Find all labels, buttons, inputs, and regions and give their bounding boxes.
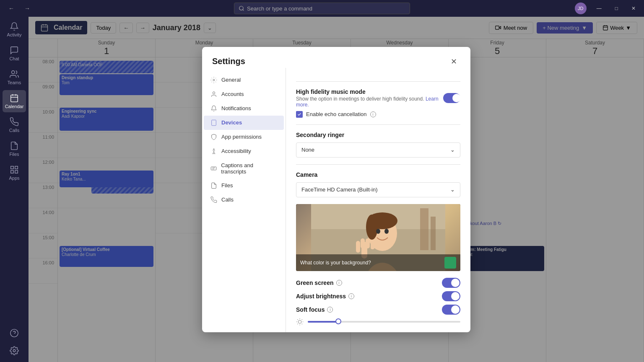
divider <box>296 164 460 165</box>
echo-checkbox[interactable] <box>296 111 303 118</box>
maximize-button[interactable]: □ <box>612 4 621 13</box>
svg-rect-8 <box>15 166 18 169</box>
camera-select-row: FaceTime HD Camera (Built-in) ⌄ <box>296 182 460 197</box>
shield-icon <box>210 134 217 140</box>
divider <box>296 124 460 125</box>
svg-point-24 <box>213 79 215 81</box>
adjust-brightness-info-icon[interactable]: i <box>348 293 354 299</box>
settings-nav-calls[interactable]: Calls <box>204 193 284 207</box>
bell-icon <box>10 22 19 31</box>
sidebar-item-activity[interactable]: Activity <box>3 18 26 41</box>
settings-nav-accounts[interactable]: Accounts <box>204 87 284 101</box>
svg-rect-40 <box>361 238 365 248</box>
sidebar-label-apps: Apps <box>9 176 19 181</box>
svg-point-25 <box>213 92 215 94</box>
svg-line-53 <box>302 319 302 320</box>
soft-focus-info-icon[interactable]: i <box>327 307 333 313</box>
settings-nav-files[interactable]: Files <box>204 178 284 193</box>
settings-nav-general[interactable]: General <box>204 73 284 87</box>
sidebar-item-calls[interactable]: Calls <box>3 114 26 136</box>
svg-rect-3 <box>11 95 18 102</box>
svg-line-1 <box>243 10 244 11</box>
secondary-ringer-heading: Secondary ringer <box>296 132 460 138</box>
sidebar-item-teams[interactable]: Teams <box>3 66 26 88</box>
check-icon <box>297 112 301 116</box>
svg-point-28 <box>213 149 215 150</box>
settings-nav-accessibility[interactable]: Accessibility <box>204 144 284 158</box>
file-icon <box>210 182 217 189</box>
soft-focus-row: Soft focus i <box>296 305 460 315</box>
settings-nav-app-permissions[interactable]: App permissions <box>204 130 284 144</box>
settings-header: Settings ✕ <box>202 47 470 68</box>
high-fidelity-info: High fidelity music mode Show the option… <box>296 88 443 108</box>
soft-focus-slider <box>296 318 460 326</box>
svg-point-13 <box>13 349 16 352</box>
soft-focus-toggle[interactable] <box>442 305 460 315</box>
sidebar-label-chat: Chat <box>9 56 19 61</box>
settings-body: General Accounts <box>202 68 470 332</box>
sidebar-item-settings[interactable] <box>3 343 26 359</box>
slider-thumb[interactable] <box>335 318 341 324</box>
calendar-icon <box>10 93 19 103</box>
chevron-down-icon: ⌄ <box>450 147 455 153</box>
settings-title: Settings <box>212 57 245 66</box>
svg-point-11 <box>10 329 18 337</box>
teams-icon <box>10 70 19 79</box>
settings-nav-captions[interactable]: Captions and transcripts <box>204 158 284 178</box>
secondary-ringer-value: None <box>301 147 314 153</box>
svg-point-45 <box>298 320 301 323</box>
calls-icon <box>10 117 19 127</box>
search-icon <box>239 5 244 11</box>
settings-nav-label-accessibility: Accessibility <box>221 148 251 154</box>
svg-point-36 <box>376 229 380 234</box>
camera-dropdown[interactable]: FaceTime HD Camera (Built-in) ⌄ <box>296 182 460 197</box>
app-shell: Activity Chat Teams Calendar <box>0 17 644 362</box>
sidebar-item-calendar[interactable]: Calendar <box>3 90 26 112</box>
svg-rect-7 <box>11 166 13 169</box>
settings-nav-label-notifications: Notifications <box>221 105 251 111</box>
settings-content: High fidelity music mode Show the option… <box>286 68 470 332</box>
svg-rect-9 <box>15 171 18 173</box>
settings-nav-label-calls: Calls <box>221 197 234 203</box>
echo-info-icon[interactable]: i <box>370 111 376 117</box>
sidebar-label-files: Files <box>9 152 19 157</box>
soft-focus-info: Soft focus i <box>296 306 333 313</box>
camera-preview: What color is your background? <box>296 204 460 271</box>
forward-button[interactable]: → <box>21 3 34 13</box>
avatar[interactable]: JD <box>575 3 587 14</box>
settings-nav-devices[interactable]: Devices <box>204 116 284 130</box>
back-button[interactable]: ← <box>5 3 18 13</box>
green-screen-info-icon[interactable]: i <box>336 280 342 286</box>
title-bar: ← → Search or type a command JD — □ ✕ <box>0 0 644 17</box>
settings-nav-label-files: Files <box>221 182 233 189</box>
high-fidelity-desc: Show the option in meetings to deliver h… <box>296 96 443 108</box>
adjust-brightness-toggle[interactable] <box>442 291 460 301</box>
gear-icon <box>210 77 217 83</box>
sidebar-item-files[interactable]: Files <box>3 138 26 160</box>
sidebar-item-chat[interactable]: Chat <box>3 42 26 65</box>
search-bar[interactable]: Search or type a command <box>234 3 410 14</box>
settings-nav-notifications[interactable]: Notifications <box>204 101 284 116</box>
person-icon <box>210 91 217 98</box>
adjust-brightness-row: Adjust brightness i <box>296 291 460 301</box>
settings-icon <box>10 346 19 355</box>
slider-track[interactable] <box>308 321 460 323</box>
green-screen-toggle[interactable] <box>442 278 460 288</box>
high-fidelity-toggle[interactable] <box>443 93 460 103</box>
sidebar-item-help[interactable] <box>3 325 26 341</box>
sidebar-item-apps[interactable]: Apps <box>3 162 26 184</box>
settings-close-button[interactable]: ✕ <box>447 55 460 68</box>
sun-icon <box>296 318 304 326</box>
svg-point-37 <box>384 229 389 234</box>
green-screen-label: Green screen <box>296 279 334 286</box>
minimize-button[interactable]: — <box>593 4 605 13</box>
camera-value: FaceTime HD Camera (Built-in) <box>301 186 378 193</box>
svg-rect-41 <box>366 238 370 248</box>
modal-overlay: Settings ✕ General <box>29 17 644 362</box>
window-close-button[interactable]: ✕ <box>628 4 639 13</box>
camera-heading: Camera <box>296 171 460 178</box>
secondary-ringer-dropdown[interactable]: None ⌄ <box>296 142 460 158</box>
camera-color-button[interactable] <box>444 257 456 269</box>
svg-rect-44 <box>431 217 436 250</box>
help-icon <box>10 328 19 338</box>
